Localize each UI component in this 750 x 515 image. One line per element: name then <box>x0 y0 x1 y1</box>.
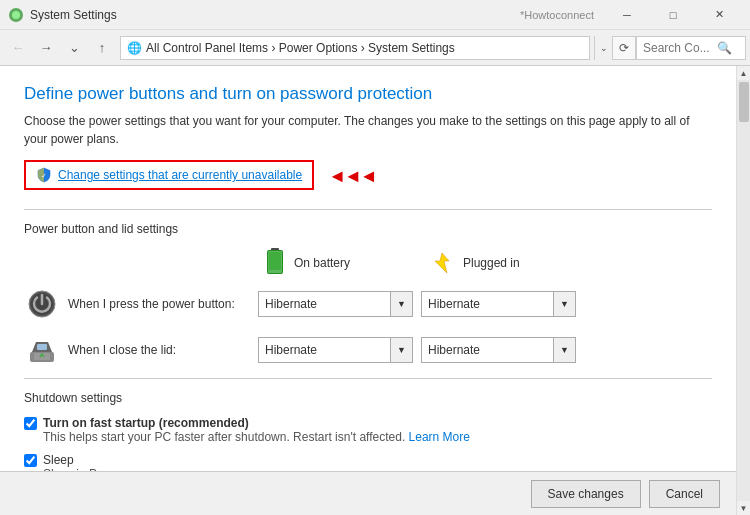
lid-plugged-select[interactable]: Hibernate Do nothing Sleep Shut down Tur… <box>421 337 576 363</box>
lid-plugged-dropdown[interactable]: Hibernate Do nothing Sleep Shut down Tur… <box>421 337 576 363</box>
maximize-button[interactable]: □ <box>650 0 696 30</box>
page-title: Define power buttons and turn on passwor… <box>24 84 712 104</box>
close-button[interactable]: ✕ <box>696 0 742 30</box>
lid-battery-select[interactable]: Hibernate Do nothing Sleep Shut down Tur… <box>258 337 413 363</box>
main-container: Define power buttons and turn on passwor… <box>0 66 750 515</box>
change-settings-label: Change settings that are currently unava… <box>58 168 302 182</box>
plugged-in-label: Plugged in <box>463 256 520 270</box>
on-battery-label: On battery <box>294 256 350 270</box>
search-icon: 🔍 <box>717 41 732 55</box>
scroll-up-arrow[interactable]: ▲ <box>737 66 751 80</box>
section-divider-1 <box>24 209 712 210</box>
lid-icon <box>24 332 60 368</box>
address-path: All Control Panel Items › Power Options … <box>146 41 455 55</box>
power-button-plugged-select[interactable]: Hibernate Do nothing Sleep Shut down Tur… <box>421 291 576 317</box>
power-icon <box>26 288 58 320</box>
search-box[interactable]: 🔍 <box>636 36 746 60</box>
scroll-down-arrow[interactable]: ▼ <box>737 501 751 515</box>
navbar: ← → ⌄ ↑ 🌐 All Control Panel Items › Powe… <box>0 30 750 66</box>
recent-button[interactable]: ⌄ <box>60 34 88 62</box>
content-area: Define power buttons and turn on passwor… <box>0 66 736 515</box>
fast-startup-label: Turn on fast startup (recommended) <box>43 415 470 430</box>
lid-svg-icon <box>26 334 58 366</box>
learn-more-link[interactable]: Learn More <box>409 430 470 444</box>
sleep-label: Sleep <box>43 453 74 467</box>
power-button-plugged-dropdown[interactable]: Hibernate Do nothing Sleep Shut down Tur… <box>421 291 576 317</box>
svg-point-1 <box>12 11 20 19</box>
bottom-bar: Save changes Cancel <box>0 471 736 515</box>
shutdown-section-label: Shutdown settings <box>24 391 712 405</box>
annotation-arrows: ◄◄◄ <box>328 166 375 187</box>
up-button[interactable]: ↑ <box>88 34 116 62</box>
fast-startup-main-label: Turn on fast startup (recommended) <box>43 416 249 430</box>
change-settings-button[interactable]: ✓ Change settings that are currently una… <box>24 160 314 190</box>
fast-startup-checkbox[interactable] <box>24 417 37 430</box>
lid-battery-dropdown[interactable]: Hibernate Do nothing Sleep Shut down Tur… <box>258 337 413 363</box>
address-dropdown[interactable]: ⌄ <box>594 36 612 60</box>
watermark: *Howtoconnect <box>520 9 594 21</box>
app-icon <box>8 7 24 23</box>
forward-button[interactable]: → <box>32 34 60 62</box>
address-icon: 🌐 <box>127 41 142 55</box>
power-button-battery-select[interactable]: Hibernate Do nothing Sleep Shut down Tur… <box>258 291 413 317</box>
back-button[interactable]: ← <box>4 34 32 62</box>
svg-rect-6 <box>269 252 281 270</box>
lid-label: When I close the lid: <box>68 343 258 357</box>
fast-startup-desc-text: This helps start your PC faster after sh… <box>43 430 405 444</box>
search-input[interactable] <box>643 41 713 55</box>
cancel-button[interactable]: Cancel <box>649 480 720 508</box>
svg-text:✓: ✓ <box>41 172 47 179</box>
power-button-battery-dropdown[interactable]: Hibernate Do nothing Sleep Shut down Tur… <box>258 291 413 317</box>
power-button-row: When I press the power button: Hibernate… <box>24 286 712 322</box>
svg-marker-7 <box>435 253 449 273</box>
svg-rect-11 <box>37 344 47 350</box>
sleep-checkbox[interactable] <box>24 454 37 467</box>
lid-row: When I close the lid: Hibernate Do nothi… <box>24 332 712 368</box>
scrollbar: ▲ ▼ <box>736 66 750 515</box>
power-section-label: Power button and lid settings <box>24 222 712 236</box>
power-button-icon <box>24 286 60 322</box>
save-changes-button[interactable]: Save changes <box>531 480 641 508</box>
minimize-button[interactable]: ─ <box>604 0 650 30</box>
fast-startup-desc: This helps start your PC faster after sh… <box>43 430 470 444</box>
section-divider-2 <box>24 378 712 379</box>
annotation-row: ✓ Change settings that are currently una… <box>24 160 712 193</box>
address-bar[interactable]: 🌐 All Control Panel Items › Power Option… <box>120 36 590 60</box>
window-title: System Settings <box>30 8 520 22</box>
power-button-label: When I press the power button: <box>68 297 258 311</box>
refresh-button[interactable]: ⟳ <box>612 36 636 60</box>
plugged-in-header: Plugged in <box>429 248 594 278</box>
titlebar: System Settings *Howtoconnect ─ □ ✕ <box>0 0 750 30</box>
fast-startup-row: Turn on fast startup (recommended) This … <box>24 415 712 444</box>
scroll-thumb[interactable] <box>739 82 749 122</box>
scroll-track[interactable] <box>737 80 750 501</box>
fast-startup-content: Turn on fast startup (recommended) This … <box>43 415 470 444</box>
on-battery-header: On battery <box>264 248 429 278</box>
window-controls: ─ □ ✕ <box>604 0 742 30</box>
battery-icon <box>264 248 286 278</box>
page-description: Choose the power settings that you want … <box>24 112 712 148</box>
power-table-header: On battery Plugged in <box>24 248 712 278</box>
shield-icon: ✓ <box>36 167 52 183</box>
plugged-icon <box>429 251 455 275</box>
